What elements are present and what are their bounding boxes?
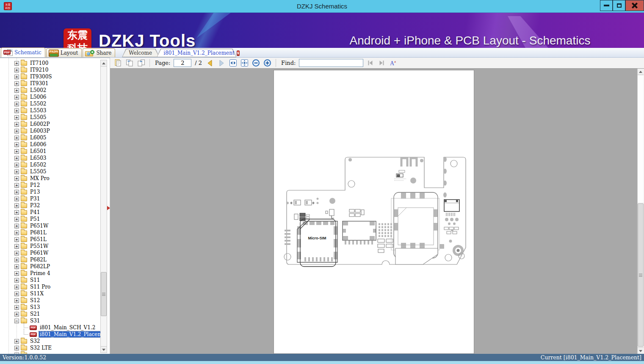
- tree-item-label[interactable]: P661W: [29, 250, 49, 256]
- tree-item[interactable]: +S13: [0, 304, 100, 311]
- page-view-button-1[interactable]: [113, 58, 123, 68]
- tree-item-label[interactable]: P681L: [29, 230, 47, 236]
- tree-item[interactable]: +P682L: [0, 256, 100, 263]
- tree-item[interactable]: +P651L: [0, 236, 100, 243]
- page-input[interactable]: [174, 59, 191, 67]
- tree-item-label[interactable]: i801_Main_V1.2_Placement: [39, 331, 100, 337]
- tree-item[interactable]: +L6002P: [0, 121, 100, 128]
- tree-item[interactable]: +L6501: [0, 148, 100, 155]
- tree-item[interactable]: +P13: [0, 189, 100, 195]
- tree-item-label[interactable]: L5503: [29, 108, 47, 114]
- tree-item-label[interactable]: P51: [29, 216, 41, 222]
- tree-item-label[interactable]: L5505: [29, 169, 47, 175]
- tree-item-label[interactable]: S13: [29, 304, 41, 310]
- tree-expander-plus-icon[interactable]: +: [14, 81, 19, 86]
- tree-item[interactable]: +P551W: [0, 243, 100, 250]
- tree-item-label[interactable]: Prime 4: [29, 270, 51, 276]
- tree-item-label[interactable]: IT9301: [29, 81, 49, 86]
- tree-item-label[interactable]: L5505: [29, 114, 47, 120]
- tree-item-label[interactable]: IT7100: [29, 60, 49, 66]
- tree-item[interactable]: +S11X: [0, 290, 100, 297]
- tree-expander-plus-icon[interactable]: +: [14, 305, 19, 310]
- doc-tab-placement[interactable]: i801_Main_V1.2_Placement x: [157, 49, 236, 57]
- tree-item[interactable]: +L5006: [0, 94, 100, 100]
- tree-expander-plus-icon[interactable]: +: [14, 115, 19, 120]
- tree-expander-plus-icon[interactable]: +: [14, 217, 19, 222]
- tree-item-label[interactable]: S21: [29, 311, 41, 317]
- tree-item-label[interactable]: S11X: [29, 291, 44, 297]
- tree-item-label[interactable]: P32: [29, 203, 41, 208]
- tree-expander-plus-icon[interactable]: +: [14, 203, 19, 208]
- tree-item-label[interactable]: P31: [29, 196, 41, 202]
- tree-expander-plus-icon[interactable]: +: [14, 102, 19, 106]
- scroll-thumb[interactable]: [638, 203, 644, 347]
- tree-item[interactable]: +IT9301: [0, 80, 100, 87]
- tree-item-label[interactable]: S12: [29, 297, 41, 303]
- tree-item[interactable]: +IT9300S: [0, 73, 100, 80]
- tree-item[interactable]: +P12: [0, 182, 100, 189]
- tab-layout[interactable]: PADS Layout: [46, 48, 82, 57]
- tree-item-label[interactable]: P682L: [29, 257, 47, 263]
- find-input[interactable]: [299, 59, 363, 67]
- tree-item[interactable]: +L5002: [0, 87, 100, 94]
- tree-item[interactable]: +MX Pro: [0, 175, 100, 182]
- tree-item-label[interactable]: L5502: [29, 101, 47, 107]
- tree-item-label[interactable]: IT9210: [29, 67, 49, 73]
- tree-item[interactable]: +S32: [0, 338, 100, 345]
- find-next-button[interactable]: [377, 58, 386, 68]
- find-prev-button[interactable]: [365, 58, 375, 68]
- tree-expander-plus-icon[interactable]: +: [14, 264, 19, 269]
- tree-item[interactable]: +S11 Pro: [0, 283, 100, 290]
- tree-expander-plus-icon[interactable]: +: [14, 224, 19, 228]
- tree-item[interactable]: +L6503: [0, 155, 100, 161]
- tree-item[interactable]: +P681L: [0, 229, 100, 236]
- tree-expander-plus-icon[interactable]: +: [14, 197, 19, 201]
- tree-item[interactable]: +L6502: [0, 161, 100, 168]
- tree-expander-minus-icon[interactable]: −: [14, 319, 19, 323]
- tree-item-label[interactable]: P41: [29, 209, 41, 215]
- tree-expander-plus-icon[interactable]: +: [14, 129, 19, 133]
- prev-page-button[interactable]: [205, 58, 215, 68]
- tree-expander-plus-icon[interactable]: +: [14, 163, 19, 167]
- tab-schematic[interactable]: PDF Schematic: [1, 47, 45, 57]
- tree-expander-plus-icon[interactable]: +: [14, 61, 19, 66]
- tree-item-label[interactable]: L6006: [29, 142, 47, 147]
- tree-item-label[interactable]: S32 LTE: [29, 345, 53, 351]
- tree-expander-plus-icon[interactable]: +: [14, 95, 19, 100]
- tree-item-label[interactable]: L6003P: [29, 128, 51, 134]
- tree-scrollbar[interactable]: [100, 60, 107, 353]
- tree-item[interactable]: +P651W: [0, 222, 100, 229]
- tree-item-label[interactable]: P682LP: [29, 264, 51, 270]
- tree-expander-plus-icon[interactable]: +: [14, 298, 19, 303]
- tree-item[interactable]: PDFi801_Main_SCH_V1.2: [0, 324, 100, 331]
- tree-item-label[interactable]: L5002: [29, 87, 47, 93]
- doc-tab-welcome[interactable]: Welcome: [122, 49, 159, 57]
- tree-item[interactable]: +P51: [0, 216, 100, 222]
- tree-item-label[interactable]: S32: [29, 338, 41, 344]
- tree-expander-plus-icon[interactable]: +: [14, 292, 19, 296]
- tree-item-label[interactable]: L6005: [29, 135, 47, 141]
- next-page-button[interactable]: [217, 58, 226, 68]
- tree-item-label[interactable]: S31: [29, 318, 41, 324]
- tree-expander-plus-icon[interactable]: +: [14, 244, 19, 249]
- scroll-track[interactable]: [638, 75, 644, 203]
- tree-item-label[interactable]: L6002P: [29, 121, 51, 127]
- page-view-button-3[interactable]: [136, 58, 146, 68]
- tree-item[interactable]: −S31: [0, 317, 100, 324]
- zoom-out-button[interactable]: [251, 58, 260, 68]
- tree-item-label[interactable]: S11: [29, 277, 41, 283]
- tree-item[interactable]: +L5505: [0, 168, 100, 175]
- tree-item[interactable]: +L5503: [0, 107, 100, 114]
- tree-item[interactable]: +L6003P: [0, 128, 100, 134]
- tree-item[interactable]: +P32: [0, 202, 100, 209]
- tree-expander-plus-icon[interactable]: +: [14, 210, 19, 215]
- tree-expander-plus-icon[interactable]: +: [14, 271, 19, 276]
- tree-item[interactable]: +L6006: [0, 141, 100, 148]
- scroll-up-button[interactable]: [101, 60, 107, 67]
- tree-item-label[interactable]: S11 Pro: [29, 284, 51, 290]
- tree-item-label[interactable]: P651L: [29, 236, 47, 242]
- tree-expander-plus-icon[interactable]: +: [14, 108, 19, 113]
- tree-item[interactable]: +S32 LTE: [0, 345, 100, 351]
- tree-expander-plus-icon[interactable]: +: [14, 237, 19, 242]
- tree-item-label[interactable]: MX Pro: [29, 175, 50, 181]
